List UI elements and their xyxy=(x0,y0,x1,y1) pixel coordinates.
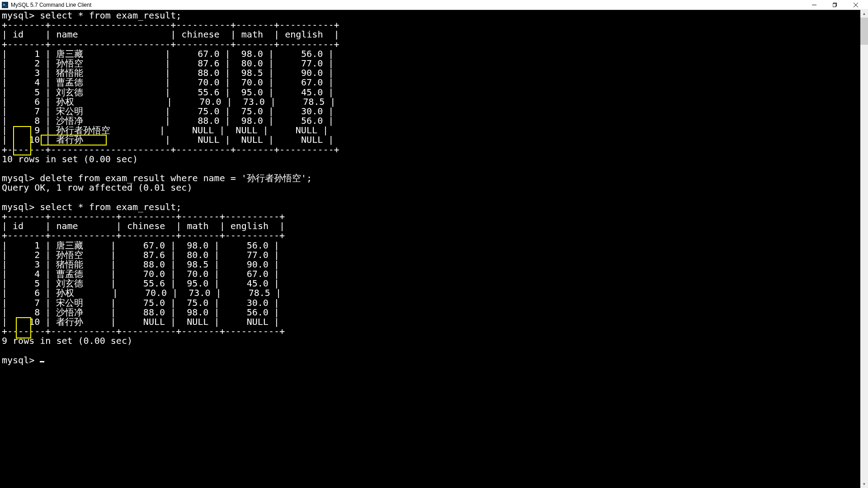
terminal-line: | 7 | 宋公明 | 75.0 | 75.0 | 30.0 | xyxy=(2,298,866,308)
terminal-line: | 3 | 猪悟能 | 88.0 | 98.5 | 90.0 | xyxy=(2,68,866,78)
terminal-line: 10 rows in set (0.00 sec) xyxy=(2,155,866,164)
terminal-line: | 1 | 唐三藏 | 67.0 | 98.0 | 56.0 | xyxy=(2,49,866,59)
terminal-line: | 5 | 刘玄德 | 55.6 | 95.0 | 45.0 | xyxy=(2,88,866,97)
maximize-button[interactable] xyxy=(825,0,845,10)
terminal-line xyxy=(2,346,866,356)
terminal-line: | id | name | chinese | math | english | xyxy=(2,30,866,39)
svg-rect-2 xyxy=(833,4,836,7)
minimize-button[interactable] xyxy=(804,0,825,10)
scroll-down-button[interactable]: ▼ xyxy=(860,480,868,488)
terminal-line: +-------+----------------------+--------… xyxy=(2,20,866,30)
app-icon: >_ xyxy=(2,2,8,8)
terminal-line: | 3 | 猪悟能 | 88.0 | 98.5 | 90.0 | xyxy=(2,260,866,269)
terminal-line: +-------+----------------------+--------… xyxy=(2,40,866,49)
terminal-line: +-------+------------+----------+-------… xyxy=(2,231,866,240)
scroll-up-button[interactable]: ▲ xyxy=(860,10,868,18)
terminal-line: | 7 | 宋公明 | 75.0 | 75.0 | 30.0 | xyxy=(2,107,866,116)
terminal-line: mysql> select * from exam_result; xyxy=(2,11,866,20)
terminal-line: | 6 | 孙权 | 70.0 | 73.0 | 78.5 | xyxy=(2,288,866,298)
terminal-line: +-------+------------+----------+-------… xyxy=(2,327,866,336)
terminal-line: | 8 | 沙悟净 | 88.0 | 98.0 | 56.0 | xyxy=(2,308,866,317)
terminal-line: | 4 | 曹孟德 | 70.0 | 70.0 | 67.0 | xyxy=(2,78,866,87)
scroll-thumb[interactable] xyxy=(860,18,868,45)
terminal-line: | 4 | 曹孟德 | 70.0 | 70.0 | 67.0 | xyxy=(2,269,866,279)
terminal-line: | 10 | 者行孙 | NULL | NULL | NULL | xyxy=(2,317,866,327)
terminal-line: | 2 | 孙悟空 | 87.6 | 80.0 | 77.0 | xyxy=(2,59,866,68)
window-title: MySQL 5.7 Command Line Client xyxy=(11,2,804,8)
vertical-scrollbar[interactable]: ▲ ▼ xyxy=(860,10,868,488)
terminal-line: | 5 | 刘玄德 | 55.6 | 95.0 | 45.0 | xyxy=(2,279,866,288)
terminal-line: mysql> select * from exam_result; xyxy=(2,202,866,212)
terminal-line: | id | name | chinese | math | english | xyxy=(2,221,866,231)
terminal-line: | 2 | 孙悟空 | 87.6 | 80.0 | 77.0 | xyxy=(2,250,866,260)
terminal-line xyxy=(2,193,866,202)
terminal-line: | 6 | 孙权 | 70.0 | 73.0 | 78.5 | xyxy=(2,97,866,107)
terminal-line: 9 rows in set (0.00 sec) xyxy=(2,336,866,346)
terminal-line: Query OK, 1 row affected (0.01 sec) xyxy=(2,183,866,192)
terminal-line: mysql> delete from exam_result where nam… xyxy=(2,174,866,183)
terminal-line xyxy=(2,164,866,174)
terminal-line: | 1 | 唐三藏 | 67.0 | 98.0 | 56.0 | xyxy=(2,241,866,250)
terminal-line: | 10 | 者行孙 | NULL | NULL | NULL | xyxy=(2,135,866,145)
terminal-line: +-------+----------------------+--------… xyxy=(2,145,866,155)
cursor xyxy=(40,361,44,362)
terminal-line: | 9 | 孙行者孙悟空 | NULL | NULL | NULL | xyxy=(2,126,866,135)
terminal-prompt-line[interactable]: mysql> xyxy=(2,356,866,365)
window-titlebar: >_ MySQL 5.7 Command Line Client xyxy=(0,0,868,10)
terminal-output[interactable]: mysql> select * from exam_result;+------… xyxy=(0,10,868,488)
close-button[interactable] xyxy=(845,0,866,10)
terminal-line: | 8 | 沙悟净 | 88.0 | 98.0 | 56.0 | xyxy=(2,116,866,126)
terminal-line: +-------+------------+----------+-------… xyxy=(2,212,866,221)
window-controls xyxy=(804,0,866,10)
